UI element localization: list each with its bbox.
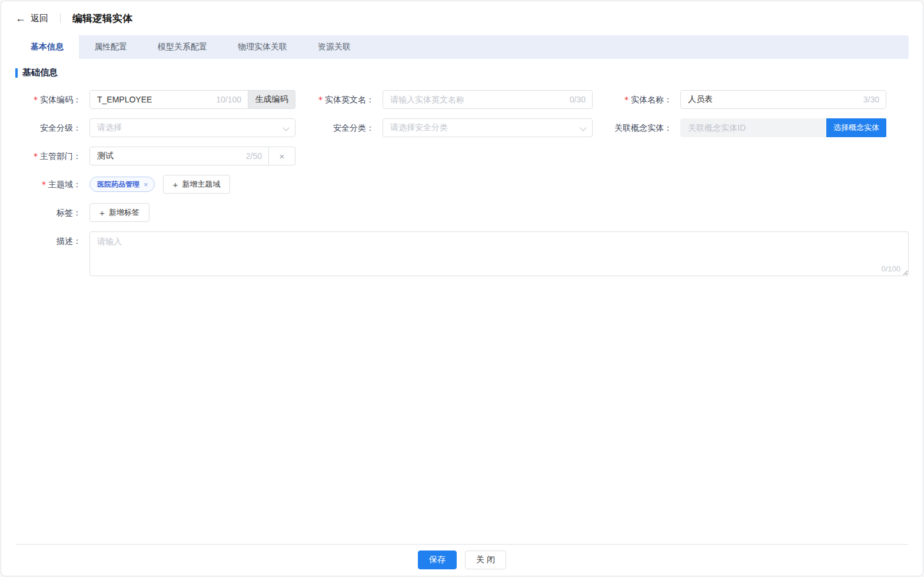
tags-control: + 新增标签	[89, 203, 149, 222]
required-mark: *	[34, 151, 38, 161]
description-control: 0/100	[89, 231, 909, 278]
entity-code-input[interactable]	[89, 90, 248, 109]
save-button[interactable]: 保存	[418, 551, 457, 569]
tag-close-icon[interactable]: ×	[144, 181, 148, 188]
department-label: *主管部门：	[15, 147, 89, 165]
entity-en-name-control: 0/30	[383, 90, 593, 109]
form-row-1: *实体编码： 10/100 生成编码 *实体英文名： 0/30 *实体名称： 3…	[15, 90, 909, 109]
page-header: ← 返回 编辑逻辑实体	[1, 1, 923, 35]
security-category-label: 安全分类：	[295, 118, 383, 137]
description-label: 描述：	[15, 231, 89, 250]
plus-icon: +	[99, 208, 105, 217]
subject-domain-tag-label: 医院药品管理	[97, 180, 139, 190]
form-row-4: *主题域： 医院药品管理 × + 新增主题域	[15, 175, 909, 194]
concept-entity-control: 选择概念实体	[680, 118, 886, 137]
form-row-3: *主管部门： 2/50 ×	[15, 147, 909, 165]
form-row-6: 描述： 0/100	[15, 231, 909, 278]
subject-domain-control: 医院药品管理 × + 新增主题域	[89, 175, 230, 194]
security-level-label: 安全分级：	[15, 118, 89, 137]
back-button[interactable]: ← 返回	[15, 13, 48, 24]
page-footer: 保存 关 闭	[15, 544, 909, 576]
department-input[interactable]	[89, 147, 269, 165]
entity-en-name-input[interactable]	[383, 90, 593, 109]
entity-en-name-label: *实体英文名：	[295, 90, 383, 109]
required-mark: *	[42, 180, 46, 189]
concept-entity-id-input	[680, 118, 826, 137]
header-divider	[60, 14, 61, 23]
basic-info-panel: 基础信息 *实体编码： 10/100 生成编码 *实体英文名： 0/30 *实体…	[1, 59, 923, 544]
page-title: 编辑逻辑实体	[72, 12, 132, 25]
back-arrow-icon: ←	[15, 13, 26, 24]
close-button[interactable]: 关 闭	[465, 551, 506, 569]
entity-name-label: *实体名称：	[593, 90, 680, 109]
generate-code-button[interactable]: 生成编码	[248, 90, 295, 109]
plus-icon: +	[173, 180, 178, 189]
tab-attribute-config[interactable]: 属性配置	[79, 35, 142, 59]
tab-resource-relation[interactable]: 资源关联	[303, 35, 366, 59]
required-mark: *	[624, 95, 629, 104]
tags-label: 标签：	[15, 203, 89, 222]
close-icon: ×	[280, 151, 285, 161]
add-subject-domain-button[interactable]: + 新增主题域	[163, 175, 231, 194]
required-mark: *	[34, 95, 38, 104]
tab-basic-info[interactable]: 基本信息	[15, 35, 79, 59]
form-row-5: 标签： + 新增标签	[15, 203, 909, 222]
department-control: 2/50 ×	[89, 147, 295, 165]
back-label: 返回	[31, 13, 48, 24]
entity-name-control: 3/30	[680, 90, 886, 109]
security-category-control: 请选择安全分类	[383, 118, 593, 137]
add-tag-button[interactable]: + 新增标签	[89, 203, 149, 222]
security-level-select[interactable]: 请选择	[89, 118, 295, 137]
tab-model-relation-config[interactable]: 模型关系配置	[142, 35, 222, 59]
section-header: 基础信息	[15, 67, 923, 78]
subject-domain-label: *主题域：	[15, 175, 89, 194]
select-concept-entity-button[interactable]: 选择概念实体	[826, 118, 886, 137]
department-clear-button[interactable]: ×	[269, 147, 295, 165]
entity-name-input[interactable]	[680, 90, 886, 109]
security-level-control: 请选择	[89, 118, 295, 137]
tab-bar: 基本信息 属性配置 模型关系配置 物理实体关联 资源关联	[15, 35, 909, 59]
section-accent-bar	[15, 68, 18, 78]
section-title: 基础信息	[22, 67, 58, 78]
concept-entity-label: 关联概念实体：	[593, 118, 680, 137]
security-category-select[interactable]: 请选择安全分类	[383, 118, 593, 137]
subject-domain-tag: 医院药品管理 ×	[89, 177, 155, 192]
edit-logical-entity-page: ← 返回 编辑逻辑实体 基本信息 属性配置 模型关系配置 物理实体关联 资源关联…	[1, 1, 923, 576]
entity-code-label: *实体编码：	[15, 90, 89, 109]
form-row-2: 安全分级： 请选择 安全分类： 请选择安全分类 关联概念实体： 选择概念实体	[15, 118, 909, 137]
tab-physical-entity-relation[interactable]: 物理实体关联	[222, 35, 303, 59]
entity-code-control: 10/100 生成编码	[89, 90, 295, 109]
description-textarea[interactable]	[89, 231, 909, 276]
required-mark: *	[318, 95, 323, 104]
